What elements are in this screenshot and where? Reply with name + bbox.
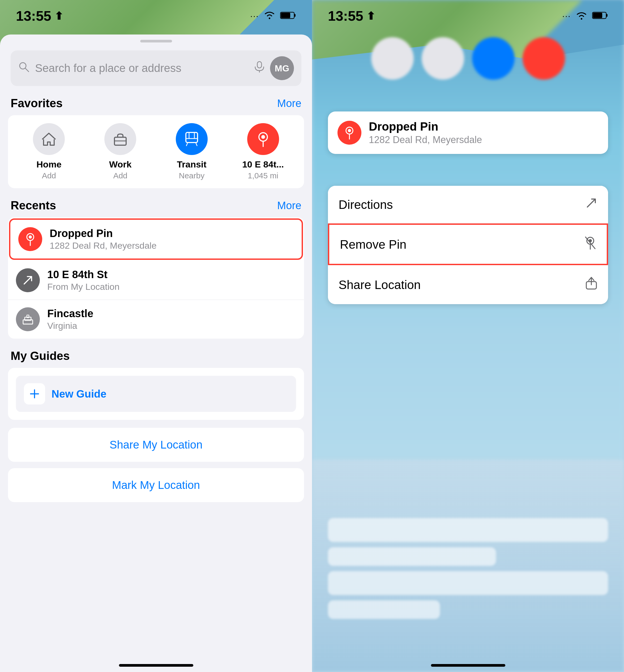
transit-sublabel: Nearby	[179, 171, 205, 180]
share-location-icon	[585, 276, 597, 293]
my-guides-section-header: My Guides	[0, 349, 312, 368]
blurred-dot-4	[523, 37, 565, 80]
left-panel: 13:55 ⬆ ···	[0, 0, 312, 672]
recents-title: Recents	[10, 199, 56, 212]
directions-icon	[585, 197, 597, 212]
time-label-left: 13:55	[16, 8, 51, 24]
recents-container: Dropped Pin 1282 Deal Rd, Meyersdale 10 …	[8, 217, 304, 339]
work-icon-circle	[104, 123, 136, 155]
remove-pin-icon	[584, 236, 596, 253]
location-arrow-left: ⬆	[54, 10, 63, 22]
svg-point-28	[581, 18, 582, 20]
right-panel: 13:55 ⬆ ···	[312, 0, 624, 672]
dropped-pin-icon-right	[337, 121, 361, 145]
user-avatar[interactable]: MG	[270, 56, 294, 80]
status-icons-left: ···	[250, 10, 296, 22]
blurred-bar-3	[328, 571, 608, 595]
home-indicator-right	[431, 664, 505, 667]
sheet-handle	[140, 40, 172, 43]
svg-point-17	[261, 135, 265, 139]
blurred-dot-2	[422, 37, 464, 80]
guides-container[interactable]: New Guide	[8, 368, 304, 420]
favorite-item-pin[interactable]: 10 E 84t... 1,045 mi	[230, 123, 296, 180]
svg-point-33	[348, 129, 351, 132]
svg-point-4	[20, 63, 26, 69]
status-bar-left: 13:55 ⬆ ···	[0, 0, 312, 27]
location-arrow-right: ⬆	[366, 10, 375, 22]
svg-rect-6	[257, 61, 262, 68]
recent-item-fincastle[interactable]: Fincastle Virginia	[8, 300, 304, 339]
favorite-item-work[interactable]: Work Add	[87, 123, 154, 180]
recent-item-dropped-pin[interactable]: Dropped Pin 1282 Deal Rd, Meyersdale	[9, 218, 303, 260]
battery-icon-right	[592, 11, 608, 21]
fincastle-name: Fincastle	[47, 307, 296, 320]
84th-text: 10 E 84th St From My Location	[47, 269, 296, 292]
svg-rect-10	[186, 132, 198, 142]
directions-menu-item[interactable]: Directions	[328, 186, 608, 223]
favorites-more-button[interactable]: More	[277, 98, 302, 109]
plus-icon	[24, 383, 45, 404]
microphone-icon[interactable]	[254, 61, 265, 75]
home-indicator-left	[119, 664, 193, 667]
blurred-bar-2	[328, 547, 496, 566]
dropped-pin-text: Dropped Pin 1282 Deal Rd, Meyersdale	[50, 227, 294, 251]
context-menu: Directions Remove Pin Share Location	[328, 186, 608, 304]
blurred-dot-3	[472, 37, 515, 80]
work-label: Work	[109, 159, 131, 169]
new-guide-button[interactable]: New Guide	[16, 376, 296, 412]
status-time-right: 13:55 ⬆	[328, 8, 375, 24]
svg-point-0	[269, 18, 270, 19]
dropped-pin-card-right[interactable]: Dropped Pin 1282 Deal Rd, Meyersdale	[328, 111, 608, 154]
pin-icon-circle	[247, 123, 279, 155]
transit-icon-circle	[176, 123, 208, 155]
signal-dots-left: ···	[250, 11, 259, 21]
fincastle-text: Fincastle Virginia	[47, 307, 296, 331]
directions-label: Directions	[339, 197, 393, 212]
share-my-location-button[interactable]: Share My Location	[8, 428, 304, 462]
status-icons-right: ···	[562, 10, 608, 21]
remove-pin-menu-item[interactable]: Remove Pin	[328, 223, 608, 265]
dropped-pin-name: Dropped Pin	[50, 227, 294, 239]
dropped-pin-info-right: Dropped Pin 1282 Deal Rd, Meyersdale	[369, 120, 599, 145]
dropped-pin-sub: 1282 Deal Rd, Meyersdale	[50, 240, 294, 251]
share-location-label: Share Location	[339, 278, 421, 292]
work-sublabel: Add	[113, 171, 127, 180]
favorites-title: Favorites	[10, 97, 63, 110]
search-icon	[18, 61, 30, 75]
favorites-container: Home Add Work Add	[8, 115, 304, 188]
wifi-icon-right	[575, 10, 588, 21]
svg-rect-3	[281, 13, 290, 18]
signal-dots-right: ···	[562, 11, 571, 21]
search-placeholder: Search for a place or address	[35, 62, 249, 75]
84th-sub: From My Location	[47, 281, 296, 292]
84th-icon	[16, 268, 40, 292]
favorites-section-header: Favorites More	[0, 97, 312, 115]
svg-line-5	[25, 69, 29, 72]
svg-point-20	[29, 235, 32, 239]
favorite-item-transit[interactable]: Transit Nearby	[159, 123, 225, 180]
fincastle-sub: Virginia	[47, 321, 296, 331]
transit-label: Transit	[177, 159, 206, 169]
home-icon-circle	[33, 123, 65, 155]
dropped-pin-name-right: Dropped Pin	[369, 120, 599, 133]
wifi-icon-left	[263, 10, 276, 22]
pin-sublabel: 1,045 mi	[248, 171, 278, 180]
pin-label: 10 E 84t...	[242, 159, 284, 169]
dropped-pin-icon	[18, 227, 42, 251]
search-bar[interactable]: Search for a place or address MG	[10, 50, 302, 86]
blurred-bar-4	[328, 600, 440, 619]
dropped-pin-sub-right: 1282 Deal Rd, Meyersdale	[369, 134, 599, 145]
svg-rect-2	[294, 14, 295, 17]
favorite-item-home[interactable]: Home Add	[16, 123, 82, 180]
fincastle-icon	[16, 307, 40, 331]
blurred-bar-1	[328, 518, 608, 542]
recents-more-button[interactable]: More	[277, 199, 302, 212]
blurred-favorites-row	[312, 32, 624, 85]
time-label-right: 13:55	[328, 8, 363, 24]
bottom-sheet: Search for a place or address MG Favorit…	[0, 34, 312, 672]
favorites-row: Home Add Work Add	[16, 123, 296, 180]
recent-item-84th[interactable]: 10 E 84th St From My Location	[8, 261, 304, 300]
share-location-menu-item[interactable]: Share Location	[328, 265, 608, 304]
mark-my-location-button[interactable]: Mark My Location	[8, 468, 304, 502]
my-guides-title: My Guides	[10, 349, 70, 362]
